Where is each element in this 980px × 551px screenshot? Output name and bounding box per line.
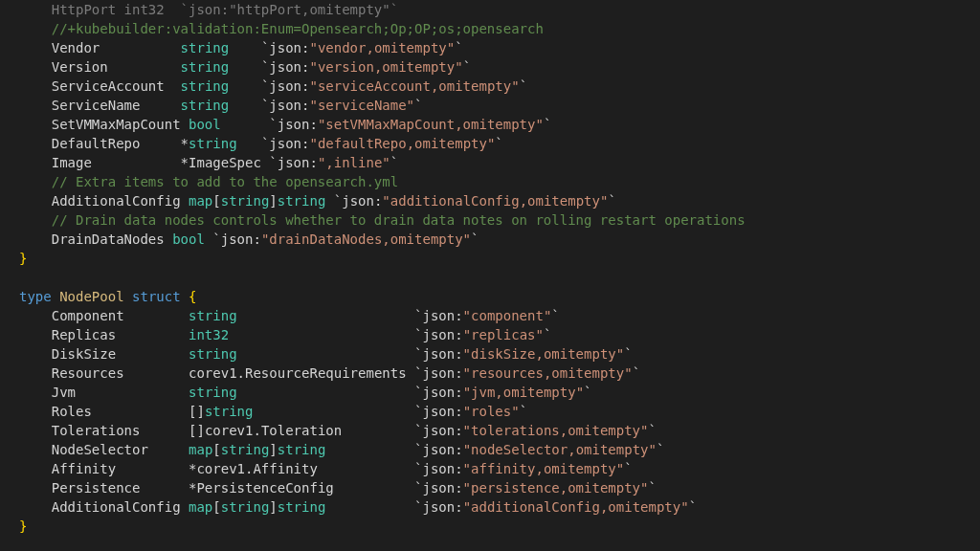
- code-comment[interactable]: // Extra items to add to the opensearch.…: [19, 172, 980, 191]
- code-line[interactable]: Resources corev1.ResourceRequirements `j…: [19, 364, 980, 383]
- code-line[interactable]: NodeSelector map[string]string `json:"no…: [19, 440, 980, 459]
- blank-line: [19, 268, 980, 287]
- code-comment[interactable]: // Drain data nodes controls whether to …: [19, 210, 980, 230]
- code-line[interactable]: DefaultRepo *string `json:"defaultRepo,o…: [19, 134, 980, 153]
- code-line[interactable]: SetVMMaxMapCount bool `json:"setVMMaxMap…: [19, 115, 980, 134]
- code-line[interactable]: Persistence *PersistenceConfig `json:"pe…: [19, 478, 980, 497]
- code-line[interactable]: DrainDataNodes bool `json:"drainDataNode…: [19, 230, 980, 249]
- code-line[interactable]: AdditionalConfig map[string]string `json…: [19, 191, 980, 210]
- code-line[interactable]: DiskSize string `json:"diskSize,omitempt…: [19, 344, 980, 364]
- code-line[interactable]: Vendor string `json:"vendor,omitempty"`: [19, 38, 980, 57]
- code-line[interactable]: Replicas int32 `json:"replicas"`: [19, 325, 980, 344]
- code-comment[interactable]: //+kubebuilder:validation:Enum=Opensearc…: [19, 19, 980, 38]
- code-line[interactable]: Image *ImageSpec `json:",inline"`: [19, 153, 980, 172]
- code-line[interactable]: Tolerations []corev1.Toleration `json:"t…: [19, 421, 980, 440]
- code-line[interactable]: ServiceName string `json:"serviceName"`: [19, 96, 980, 115]
- code-line[interactable]: ServiceAccount string `json:"serviceAcco…: [19, 77, 980, 96]
- code-line[interactable]: Roles []string `json:"roles"`: [19, 402, 980, 421]
- code-line[interactable]: Affinity *corev1.Affinity `json:"affinit…: [19, 459, 980, 478]
- code-line[interactable]: AdditionalConfig map[string]string `json…: [19, 497, 980, 517]
- code-line-dim[interactable]: HttpPort int32 `json:"httpPort,omitempty…: [19, 0, 980, 19]
- struct-decl[interactable]: type NodePool struct {: [19, 287, 980, 306]
- code-line[interactable]: Component string `json:"component"`: [19, 306, 980, 325]
- code-line[interactable]: Jvm string `json:"jvm,omitempty"`: [19, 383, 980, 402]
- code-brace[interactable]: }: [19, 517, 980, 536]
- code-editor[interactable]: HttpPort int32 `json:"httpPort,omitempty…: [0, 0, 980, 536]
- code-line[interactable]: Version string `json:"version,omitempty"…: [19, 57, 980, 77]
- code-brace[interactable]: }: [19, 249, 980, 268]
